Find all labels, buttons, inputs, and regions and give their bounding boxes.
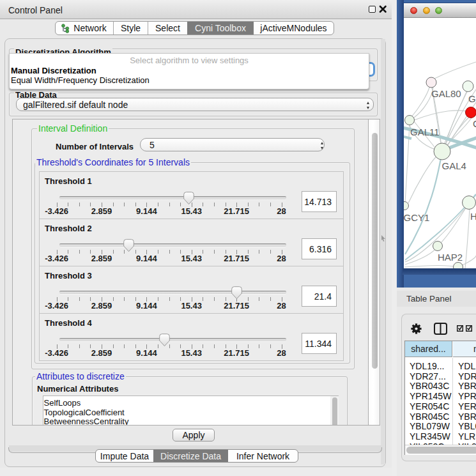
svg-text:GAL11: GAL11: [410, 127, 440, 137]
svg-text:GAL80: GAL80: [431, 88, 461, 99]
svg-text:GCY1: GCY1: [404, 212, 429, 223]
svg-text:HAP2: HAP2: [438, 252, 463, 263]
svg-text:H: H: [470, 211, 476, 222]
svg-text:C: C: [473, 118, 476, 129]
svg-text:GAL4: GAL4: [442, 160, 466, 171]
svg-text:G.: G.: [468, 93, 476, 104]
